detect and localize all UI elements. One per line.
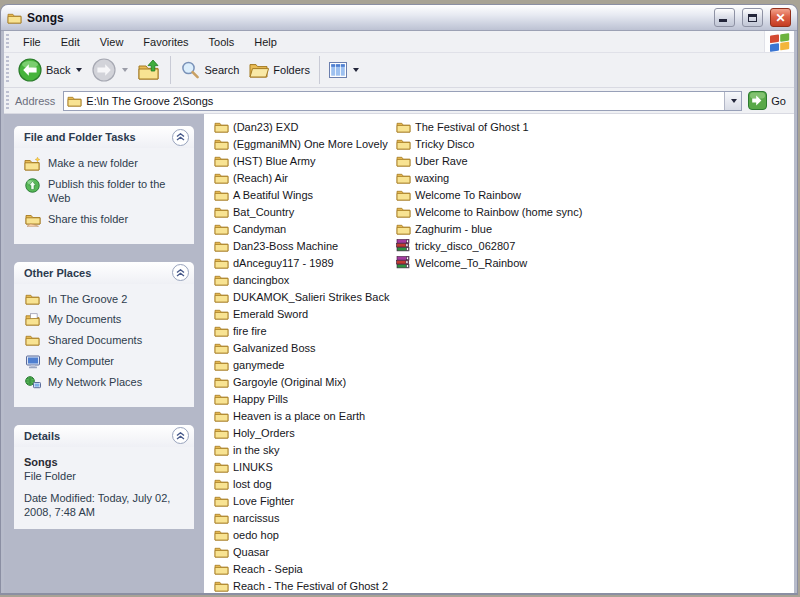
file-item[interactable]: Welcome to Rainbow (home sync) — [396, 203, 582, 220]
archive-icon — [396, 256, 412, 269]
file-item[interactable]: Tricky Disco — [396, 135, 582, 152]
file-item[interactable]: lost dog — [214, 475, 390, 492]
menu-item-favorites[interactable]: Favorites — [133, 31, 198, 52]
search-label: Search — [204, 64, 239, 76]
sidebar-link-label: My Computer — [48, 355, 114, 369]
file-item[interactable]: Holy_Orders — [214, 424, 390, 441]
back-button[interactable]: Back — [13, 55, 87, 86]
sidebar-link[interactable]: My Documents — [24, 313, 188, 327]
file-item[interactable]: dancingbox — [214, 271, 390, 288]
file-item[interactable]: Welcome To Rainbow — [396, 186, 582, 203]
up-button[interactable] — [133, 55, 166, 86]
file-item[interactable]: Reach - The Festival of Ghost 2 — [214, 577, 390, 593]
file-item[interactable]: in the sky — [214, 441, 390, 458]
menu-item-edit[interactable]: Edit — [51, 31, 90, 52]
collapse-chevron-button[interactable] — [172, 129, 189, 146]
folder-icon — [396, 223, 412, 235]
folder-icon — [214, 580, 230, 592]
menu-item-view[interactable]: View — [90, 31, 134, 52]
sidebar-link-label: My Documents — [48, 313, 121, 327]
file-item[interactable]: Emerald Sword — [214, 305, 390, 322]
file-item[interactable]: A Beatiful Wings — [214, 186, 390, 203]
sidebar-link[interactable]: Share this folder — [24, 213, 188, 227]
sidebar-link[interactable]: Make a new folder — [24, 157, 188, 171]
file-item[interactable]: Quasar — [214, 543, 390, 560]
folder-icon — [214, 495, 230, 507]
folder-icon — [214, 172, 230, 184]
file-item[interactable]: oedo hop — [214, 526, 390, 543]
collapse-chevron-button[interactable] — [172, 264, 189, 281]
toolbar-grip-handle[interactable] — [6, 56, 9, 84]
file-item[interactable]: waxing — [396, 169, 582, 186]
sidebar-link[interactable]: Publish this folder to the Web — [24, 178, 188, 206]
minimize-button[interactable] — [714, 8, 735, 27]
file-item[interactable]: Heaven is a place on Earth — [214, 407, 390, 424]
file-item[interactable]: Dan23-Boss Machine — [214, 237, 390, 254]
file-item[interactable]: (Dan23) EXD — [214, 118, 390, 135]
file-item[interactable]: fire fire — [214, 322, 390, 339]
sidebar-link[interactable]: My Computer — [24, 355, 188, 369]
sidebar-link[interactable]: Shared Documents — [24, 334, 188, 348]
views-dropdown-icon — [353, 68, 359, 72]
file-item[interactable]: Love Fighter — [214, 492, 390, 509]
other-places-header[interactable]: Other Places — [14, 262, 194, 284]
file-item[interactable]: (Reach) Air — [214, 169, 390, 186]
file-item[interactable]: DUKAMOK_Salieri Strikes Back — [214, 288, 390, 305]
file-item-label: LINUKS — [233, 461, 273, 473]
details-header[interactable]: Details — [14, 425, 194, 447]
sidebar-link[interactable]: My Network Places — [24, 376, 188, 390]
addressbar-grip-handle[interactable] — [6, 91, 9, 110]
file-item[interactable]: Reach - Sepia — [214, 560, 390, 577]
address-input[interactable]: E:\In The Groove 2\Songs — [63, 91, 742, 111]
folders-label: Folders — [273, 64, 310, 76]
folder-icon — [214, 427, 230, 439]
folder-icon — [214, 274, 230, 286]
file-item[interactable]: Zaghurim - blue — [396, 220, 582, 237]
address-bar: Address E:\In The Groove 2\Songs Go — [4, 88, 794, 114]
file-item[interactable]: Galvanized Boss — [214, 339, 390, 356]
forward-button[interactable] — [87, 55, 133, 86]
file-item[interactable]: The Festival of Ghost 1 — [396, 118, 582, 135]
minimize-icon — [719, 19, 727, 22]
menu-item-help[interactable]: Help — [244, 31, 287, 52]
file-item-label: (EggmaniMN) One More Lovely — [233, 138, 388, 150]
file-folder-tasks-panel: File and Folder Tasks Make a new folderP… — [14, 126, 194, 244]
folder-icon — [214, 223, 230, 235]
sidebar-link[interactable]: In The Groove 2 — [24, 293, 188, 307]
file-item[interactable]: Bat_Country — [214, 203, 390, 220]
file-item[interactable]: Happy Pills — [214, 390, 390, 407]
file-item[interactable]: Candyman — [214, 220, 390, 237]
menu-item-tools[interactable]: Tools — [199, 31, 245, 52]
window-folder-icon[interactable] — [7, 12, 22, 24]
maximize-button[interactable] — [742, 8, 763, 27]
file-item-label: Tricky Disco — [415, 138, 474, 150]
folder-icon — [214, 155, 230, 167]
search-button[interactable]: Search — [175, 55, 244, 86]
views-button[interactable] — [324, 55, 364, 86]
file-item[interactable]: Gargoyle (Original Mix) — [214, 373, 390, 390]
file-item[interactable]: dAnceguy117 - 1989 — [214, 254, 390, 271]
go-button[interactable]: Go — [748, 91, 786, 110]
address-folder-icon — [67, 95, 82, 107]
address-dropdown-button[interactable] — [724, 92, 741, 110]
close-button[interactable]: ✕ — [770, 8, 791, 27]
file-item[interactable]: LINUKS — [214, 458, 390, 475]
collapse-chevron-button[interactable] — [172, 427, 189, 444]
menubar-grip-handle[interactable] — [6, 34, 9, 49]
file-item[interactable]: Uber Rave — [396, 152, 582, 169]
menu-item-file[interactable]: File — [13, 31, 51, 52]
folder-icon — [214, 546, 230, 558]
file-item[interactable]: narcissus — [214, 509, 390, 526]
panel-title: Details — [24, 430, 60, 442]
file-item[interactable]: (EggmaniMN) One More Lovely — [214, 135, 390, 152]
file-folder-tasks-header[interactable]: File and Folder Tasks — [14, 126, 194, 148]
folder-icon — [396, 172, 412, 184]
folders-button[interactable]: Folders — [244, 55, 315, 86]
folder-icon — [214, 478, 230, 490]
file-item[interactable]: Welcome_To_Rainbow — [396, 254, 582, 271]
file-item-label: Reach - The Festival of Ghost 2 — [233, 580, 388, 592]
file-item[interactable]: ganymede — [214, 356, 390, 373]
file-item[interactable]: tricky_disco_062807 — [396, 237, 582, 254]
file-item-label: dancingbox — [233, 274, 289, 286]
file-item[interactable]: (HST) Blue Army — [214, 152, 390, 169]
